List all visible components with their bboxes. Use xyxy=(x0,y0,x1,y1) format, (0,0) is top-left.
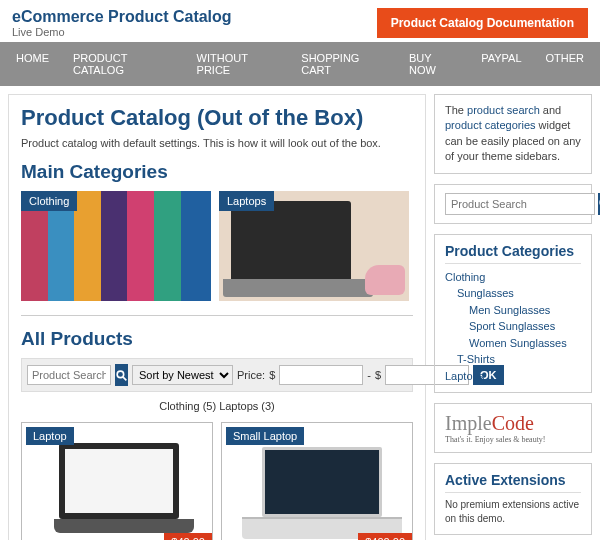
currency-symbol: $ xyxy=(375,369,381,381)
active-extensions-text: No premium extensions active on this dem… xyxy=(445,498,581,526)
page-description: Product catalog with default settings. T… xyxy=(21,137,413,149)
category-tree: Clothing Sunglasses Men Sunglasses Sport… xyxy=(445,269,581,385)
product-image xyxy=(54,443,184,540)
site-subtitle: Live Demo xyxy=(12,26,232,38)
price-label: Price: xyxy=(237,369,265,381)
nav-shopping-cart[interactable]: SHOPPING CART xyxy=(289,42,397,86)
logo-tagline: That's it. Enjoy sales & beauty! xyxy=(445,435,581,444)
cat-link-sport-sunglasses[interactable]: Sport Sunglasses xyxy=(445,318,581,335)
product-search-input[interactable] xyxy=(27,365,111,385)
cat-link-laptops[interactable]: Laptops xyxy=(445,368,581,385)
nav-home[interactable]: HOME xyxy=(4,42,61,86)
nav-product-catalog[interactable]: PRODUCT CATALOG xyxy=(61,42,185,86)
nav-paypal[interactable]: PAYPAL xyxy=(469,42,533,86)
cat-link-women-sunglasses[interactable]: Women Sunglasses xyxy=(445,335,581,352)
category-label: Clothing xyxy=(21,191,77,211)
product-price: $400.00 xyxy=(358,533,412,540)
main-categories-heading: Main Categories xyxy=(21,161,413,183)
cat-link-men-sunglasses[interactable]: Men Sunglasses xyxy=(445,302,581,319)
product-image xyxy=(242,447,402,540)
nav-other[interactable]: OTHER xyxy=(534,42,597,86)
currency-symbol: $ xyxy=(269,369,275,381)
category-counts: Clothing (5) Laptops (3) xyxy=(21,392,413,422)
sidebar-search-input[interactable] xyxy=(445,193,595,215)
sidebar-intro: The product search and product categorie… xyxy=(434,94,592,174)
cat-link-tshirts[interactable]: T-Shirts xyxy=(445,351,581,368)
search-button[interactable] xyxy=(115,364,128,386)
product-card[interactable]: Laptop $40.00 xyxy=(21,422,213,540)
filter-bar: Sort by Newest Price: $ - $ OK xyxy=(21,358,413,392)
category-card-laptops[interactable]: Laptops xyxy=(219,191,409,301)
product-price: $40.00 xyxy=(164,533,212,540)
main-nav: HOME PRODUCT CATALOG WITHOUT PRICE SHOPP… xyxy=(0,42,600,86)
product-name: Laptop xyxy=(26,427,74,445)
product-name: Small Laptop xyxy=(226,427,304,445)
page-title: Product Catalog (Out of the Box) xyxy=(21,105,413,131)
category-label: Laptops xyxy=(219,191,274,211)
price-dash: - xyxy=(367,369,371,381)
sort-select[interactable]: Sort by Newest xyxy=(132,365,233,385)
svg-point-0 xyxy=(117,371,124,378)
price-min-input[interactable] xyxy=(279,365,363,385)
nav-buy-now[interactable]: BUY NOW xyxy=(397,42,469,86)
site-title: eCommerce Product Catalog xyxy=(12,8,232,26)
category-card-clothing[interactable]: Clothing xyxy=(21,191,211,301)
implecode-logo[interactable]: ImpleCode That's it. Enjoy sales & beaut… xyxy=(434,403,592,453)
documentation-button[interactable]: Product Catalog Documentation xyxy=(377,8,588,38)
active-extensions-title: Active Extensions xyxy=(445,472,581,493)
product-card[interactable]: Small Laptop $400.00 xyxy=(221,422,413,540)
nav-without-price[interactable]: WITHOUT PRICE xyxy=(185,42,290,86)
cat-link-clothing[interactable]: Clothing xyxy=(445,269,581,286)
product-categories-title: Product Categories xyxy=(445,243,581,264)
cat-link-sunglasses[interactable]: Sunglasses xyxy=(445,285,581,302)
all-products-heading: All Products xyxy=(21,328,413,350)
svg-line-1 xyxy=(123,377,126,380)
link-product-categories[interactable]: product categories xyxy=(445,119,536,131)
search-icon xyxy=(115,369,128,382)
link-product-search[interactable]: product search xyxy=(467,104,540,116)
